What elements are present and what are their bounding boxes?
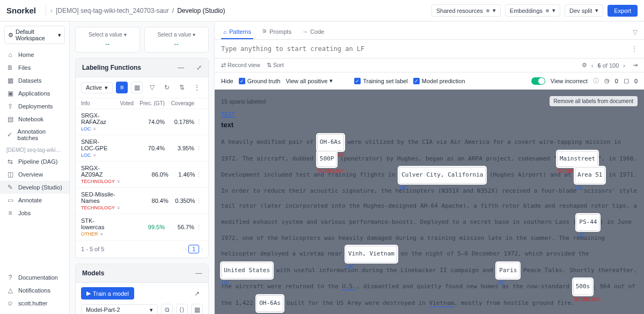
more-icon[interactable]: ⋮	[194, 224, 203, 231]
more-icon[interactable]: ⋮	[191, 82, 203, 93]
export-button[interactable]: Export	[608, 5, 638, 17]
view-grid-icon[interactable]: ▦	[131, 82, 143, 93]
back-icon[interactable]: ‹	[50, 7, 53, 14]
nav-home[interactable]: ⌂Home	[0, 48, 69, 61]
span-laos[interactable]: Laos	[555, 218, 570, 226]
ground-truth-checkbox[interactable]: ✓Ground truth	[239, 78, 281, 84]
box-icon: ▢	[624, 77, 629, 84]
nav-notifications[interactable]: △Notifications	[0, 284, 69, 297]
refresh-icon[interactable]: ↻	[161, 82, 173, 93]
grid-icon[interactable]: ▦	[191, 304, 203, 314]
pager-prev-icon[interactable]: ‹	[185, 246, 187, 252]
nav-annotate[interactable]: ▭Annotate	[0, 194, 69, 207]
lf-row[interactable]: STK-lowercasOTHER ≡99.5%56.7%⋮	[76, 214, 208, 240]
info-icon[interactable]: ⓘ	[593, 77, 599, 85]
more-icon[interactable]: ⋮	[195, 171, 203, 178]
nav-overview[interactable]: ◫Overview	[0, 168, 69, 181]
nav-documentation[interactable]: ?Documentation	[0, 271, 69, 284]
span-paris[interactable]: ParisLOC	[496, 262, 519, 279]
middle-panel: Select a value ▾-- Select a value ▾-- La…	[70, 21, 215, 314]
develop-icon: ✎	[6, 184, 14, 191]
lf-row[interactable]: SRGX-AZ09AZTECHNOLOGY ≡86.0%1.46%⋮	[76, 162, 208, 188]
more-icon[interactable]: ⋮	[195, 198, 203, 205]
pager-prev-icon[interactable]: ‹	[591, 62, 594, 69]
text-link[interactable]: TEXT	[221, 112, 235, 118]
passage[interactable]: A heavily modified pair of OH-6AsTECHNOL…	[221, 134, 638, 312]
span-oh6as-2[interactable]: OH-6AsTECHNOLOGY	[257, 295, 283, 312]
span-vinh[interactable]: Vinh, VietnamLOC	[346, 246, 397, 262]
tab-patterns[interactable]: ⌕Patterns	[221, 25, 253, 39]
expand-icon[interactable]: ⤢	[196, 64, 202, 71]
copy-icon[interactable]: ⧉	[161, 304, 173, 314]
settings-icon[interactable]: ⚙	[582, 62, 587, 69]
span-500p[interactable]: 500PTECHNOLOGY	[317, 151, 337, 167]
code-icon[interactable]: ⟨⟩	[176, 304, 188, 314]
tab-code[interactable]: →Code	[300, 25, 326, 39]
more-icon[interactable]: ⋮	[194, 119, 203, 126]
nav-section-label: [DEMO] seq-tag-wiki-tec…	[0, 144, 69, 155]
topbar: Snorkel ‹ [DEMO] seq-tag-wiki-tech_24070…	[0, 0, 644, 21]
lf-row[interactable]: SNER-LOC-GPELOC ≡70.4%3.95%⋮	[76, 135, 208, 162]
span-united-states[interactable]: United StatesLOC	[221, 262, 273, 279]
span-hughes-airport[interactable]: Hughes Airport	[493, 171, 543, 179]
remove-labels-button[interactable]: Remove all labels from document	[550, 96, 638, 106]
workspace-selector[interactable]: ⚙ Default Workspace ▾	[4, 26, 65, 44]
model-select[interactable]: Model-Part-2 ▾	[81, 304, 158, 315]
lf-page-number[interactable]: 1	[188, 245, 199, 253]
span-ps44[interactable]: PS-44LOC	[576, 214, 599, 231]
sort-toggle[interactable]: ⇅ Sort	[267, 62, 284, 69]
nav-develop[interactable]: ✎Develop (Studio)	[0, 181, 69, 194]
train-model-button[interactable]: ▶ Train a model	[81, 287, 134, 300]
models-title: Models	[82, 269, 195, 277]
pager-next-icon[interactable]: ›	[201, 246, 203, 252]
training-label-checkbox[interactable]: ✓Training set label	[354, 78, 407, 84]
filter-icon[interactable]: ▽	[633, 28, 638, 36]
collapse-icon[interactable]: —	[195, 269, 202, 277]
nav-user[interactable]: ☺scott.hutter	[0, 297, 69, 310]
span-oh6as[interactable]: OH-6AsTECHNOLOGY	[317, 134, 344, 151]
deploy-icon: ⇪	[6, 103, 14, 110]
tab-prompts[interactable]: ⚞Prompts	[260, 25, 294, 39]
filter-icon[interactable]: ▽	[146, 82, 158, 93]
value-selector-1[interactable]: Select a value ▾--	[75, 27, 140, 53]
more-icon[interactable]: ⋮	[194, 145, 203, 152]
studio-tabs: ⌕Patterns ⚞Prompts →Code ▽	[215, 21, 644, 40]
external-icon[interactable]: ↗	[191, 288, 203, 300]
sort-icon[interactable]: ⇅	[176, 82, 188, 93]
view-incorrect-toggle[interactable]	[531, 77, 545, 85]
split-dropdown[interactable]: Dev split▾	[565, 4, 603, 17]
embeddings-dropdown[interactable]: Embeddings▾	[505, 4, 560, 17]
nav-pipeline[interactable]: ⇆Pipeline (DAG)	[0, 155, 69, 168]
nav-jobs[interactable]: ≡Jobs	[0, 207, 69, 220]
span-mainstreet[interactable]: MainstreetTECHNOLOGY	[557, 151, 598, 167]
lf-panel-title: Labeling Functions	[82, 64, 178, 71]
nav-applications[interactable]: ▣Applications	[0, 87, 69, 100]
shared-resources-dropdown[interactable]: Shared resources▾	[431, 4, 501, 17]
lf-input[interactable]	[221, 45, 631, 53]
pager-next-icon[interactable]: ›	[623, 62, 625, 69]
collapse-icon[interactable]: —	[178, 64, 184, 71]
lf-row[interactable]: SED-Missile-NamesTECHNOLOGY ≡80.4%0.350%…	[76, 188, 208, 214]
view-list-icon[interactable]: ≡	[116, 82, 128, 93]
span-ah64[interactable]: AH-64 Apache	[420, 202, 463, 210]
lf-row[interactable]: SRGX-RAFAZazLOC ≡74.0%0.178%⋮	[76, 109, 208, 135]
span-culver-city[interactable]: Culver City, CaliforniaLOC	[399, 167, 486, 184]
lf-filter-dropdown[interactable]: Active▾	[81, 82, 113, 93]
span-vietnam[interactable]: Vietnam	[429, 300, 454, 307]
breadcrumb: ‹ [DEMO] seq-tag-wiki-tech_240703-saur /…	[50, 7, 225, 14]
nav-files[interactable]: 🗎Files	[0, 61, 69, 74]
breadcrumb-project[interactable]: [DEMO] seq-tag-wiki-tech_240703-saur	[56, 7, 169, 14]
model-prediction-checkbox[interactable]: ✓Model prediction	[413, 78, 465, 84]
value-selector-2[interactable]: Select a value ▾--	[144, 27, 209, 53]
nav-notebook[interactable]: ▤Notebook	[0, 113, 69, 126]
nav-datasets[interactable]: ▦Datasets	[0, 74, 69, 87]
nav-annotation-batches[interactable]: ✓Annotation batches	[0, 126, 69, 144]
view-mode-dropdown[interactable]: View all positive ▾	[286, 77, 333, 84]
span-area-51[interactable]: Area 51LOC	[575, 167, 605, 184]
record-view-toggle[interactable]: ⇄ Record view	[221, 62, 260, 69]
nav-deployments[interactable]: ⇪Deployments	[0, 100, 69, 113]
expand-icon[interactable]: ⇥	[633, 62, 638, 69]
more-icon[interactable]: ⋮	[631, 45, 638, 53]
span-500s[interactable]: 500sTECHNOLOGY	[573, 279, 593, 295]
span-us-abbr[interactable]: U.S.	[342, 283, 356, 290]
